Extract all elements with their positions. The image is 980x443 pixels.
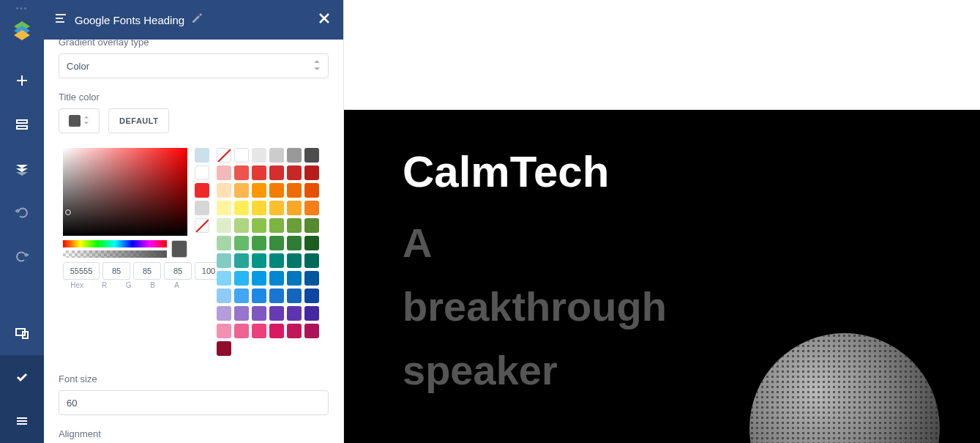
palette-swatch[interactable] [252,324,266,338]
palette-swatch[interactable] [287,183,302,198]
title-color-swatch-select[interactable] [59,108,100,133]
palette-swatch[interactable] [287,271,302,286]
palette-swatch[interactable] [304,201,319,215]
palette-swatch[interactable] [252,218,266,233]
palette-swatch[interactable] [217,253,231,268]
palette-swatch[interactable] [269,306,284,321]
palette-swatch[interactable] [217,341,231,356]
palette-swatch[interactable] [217,288,231,303]
hex-input[interactable] [63,262,100,280]
palette-swatch[interactable] [217,183,231,198]
recent-color-swatch[interactable] [195,218,209,233]
palette-swatch[interactable] [287,324,302,338]
rename-icon[interactable] [190,12,203,28]
palette-swatch[interactable] [252,201,266,215]
save-button[interactable] [0,355,44,399]
tree-view-button[interactable] [0,146,44,190]
hero-subheading[interactable]: A breakthrough speaker [403,212,651,402]
palette-swatch[interactable] [217,165,231,180]
panel-title: Google Fonts Heading [75,14,184,26]
palette-swatch[interactable] [269,183,284,198]
palette-swatch[interactable] [252,183,266,198]
palette-swatch[interactable] [234,201,249,215]
palette-swatch[interactable] [269,236,284,250]
palette-swatch[interactable] [252,165,266,180]
recent-color-swatch[interactable] [195,148,209,163]
palette-swatch[interactable] [287,253,302,268]
palette-swatch[interactable] [234,236,249,250]
palette-swatch[interactable] [252,306,266,321]
palette-swatch[interactable] [304,236,319,250]
b-input[interactable] [164,262,192,280]
palette-swatch[interactable] [304,306,319,321]
templates-button[interactable] [0,103,44,146]
gradient-overlay-select[interactable]: Color [59,53,329,78]
palette-swatch[interactable] [304,288,319,303]
gradient-overlay-value: Color [67,61,89,72]
palette-swatch[interactable] [234,218,249,233]
palette-swatch[interactable] [252,148,266,163]
palette-swatch[interactable] [287,165,302,180]
palette-swatch[interactable] [234,148,249,163]
hero-heading[interactable]: CalmTech [403,146,921,197]
font-size-input[interactable] [59,390,329,415]
recent-color-swatch[interactable] [195,165,209,180]
palette-swatch[interactable] [304,148,319,163]
palette-swatch[interactable] [217,306,231,321]
palette-swatch[interactable] [234,253,249,268]
palette-swatch[interactable] [287,218,302,233]
palette-swatch[interactable] [269,271,284,286]
reset-default-button[interactable]: DEFAULT [108,108,169,133]
palette-swatch[interactable] [269,148,284,163]
palette-swatch[interactable] [269,253,284,268]
palette-swatch[interactable] [217,148,231,163]
palette-swatch[interactable] [217,271,231,286]
palette-swatch[interactable] [304,165,319,180]
responsive-view-button[interactable] [0,311,44,355]
palette-swatch[interactable] [304,253,319,268]
close-panel-button[interactable] [315,10,333,30]
palette-swatch[interactable] [287,306,302,321]
palette-swatch[interactable] [217,201,231,215]
palette-swatch[interactable] [287,148,302,163]
g-input[interactable] [133,262,161,280]
saturation-value-area[interactable] [63,148,187,236]
palette-swatch[interactable] [269,165,284,180]
palette-swatch[interactable] [287,236,302,250]
palette-swatch[interactable] [304,324,319,338]
palette-swatch[interactable] [269,218,284,233]
palette-swatch[interactable] [234,288,249,303]
palette-swatch[interactable] [234,306,249,321]
palette-swatch[interactable] [252,253,266,268]
hue-slider[interactable] [63,240,167,247]
palette-swatch[interactable] [252,271,266,286]
undo-button[interactable] [0,190,44,234]
palette-swatch[interactable] [217,236,231,250]
recent-color-swatch[interactable] [195,183,209,198]
alpha-slider[interactable] [63,250,167,258]
palette-swatch[interactable] [304,218,319,233]
left-icon-rail: ••• [0,0,44,443]
redo-button[interactable] [0,234,44,278]
palette-swatch[interactable] [217,218,231,233]
palette-swatch[interactable] [287,201,302,215]
palette-swatch[interactable] [287,288,302,303]
palette-swatch[interactable] [269,324,284,338]
add-element-button[interactable] [0,59,44,103]
menu-button[interactable] [0,399,44,443]
palette-swatch[interactable] [234,165,249,180]
preview-canvas[interactable]: CalmTech A breakthrough speaker [344,0,980,443]
palette-swatch[interactable] [304,271,319,286]
palette-swatch[interactable] [252,288,266,303]
palette-swatch[interactable] [269,201,284,215]
palette-swatch[interactable] [234,324,249,338]
palette-swatch[interactable] [217,324,231,338]
palette-swatch[interactable] [234,271,249,286]
palette-swatch[interactable] [269,288,284,303]
recent-color-swatch[interactable] [195,201,209,215]
r-input[interactable] [102,262,130,280]
palette-swatch[interactable] [234,183,249,198]
settings-panel: Google Fonts Heading Gradient overlay ty… [44,0,344,443]
palette-swatch[interactable] [252,236,266,250]
palette-swatch[interactable] [304,183,319,198]
